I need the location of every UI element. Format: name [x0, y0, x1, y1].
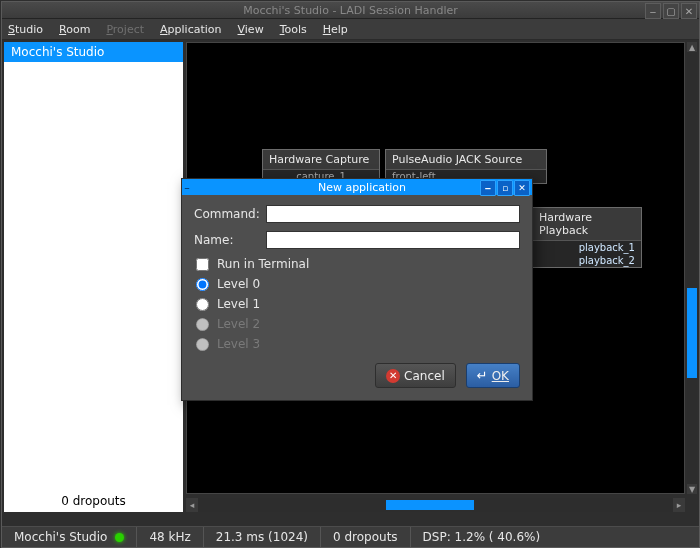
menu-project: Project: [106, 22, 144, 37]
menu-bar: Studio Room Project Application View Too…: [2, 19, 699, 40]
dialog-minimize-button[interactable]: ‒: [480, 180, 496, 196]
status-dropouts: 0 dropouts: [320, 527, 410, 547]
run-in-terminal-option[interactable]: Run in Terminal: [196, 257, 520, 271]
sidebar-footer: 0 dropouts: [4, 490, 183, 512]
level-0-radio[interactable]: [196, 278, 209, 291]
node-title: Hardware Playback: [533, 208, 641, 241]
level-0-option[interactable]: Level 0: [196, 277, 520, 291]
window-maximize-button[interactable]: ▢: [663, 3, 679, 19]
level-2-option: Level 2: [196, 317, 520, 331]
menu-application[interactable]: Application: [160, 22, 221, 37]
menu-tools[interactable]: Tools: [280, 22, 307, 37]
level-0-label: Level 0: [217, 277, 260, 291]
scroll-left-arrow-icon[interactable]: ◂: [186, 498, 198, 512]
dialog-close-button[interactable]: ✕: [514, 180, 530, 196]
cancel-icon: ✕: [386, 369, 400, 383]
level-1-label: Level 1: [217, 297, 260, 311]
run-in-terminal-label: Run in Terminal: [217, 257, 309, 271]
menu-studio[interactable]: Studio: [8, 22, 43, 37]
node-title: Hardware Capture: [263, 150, 379, 170]
status-sample-rate: 48 kHz: [136, 527, 202, 547]
node-title: PulseAudio JACK Source: [386, 150, 546, 170]
cancel-button-label: Cancel: [404, 369, 445, 383]
horizontal-scrollbar[interactable]: ◂ ▸: [186, 498, 685, 512]
menu-view[interactable]: View: [238, 22, 264, 37]
window-close-button[interactable]: ✕: [681, 3, 697, 19]
status-bar: Mocchi's Studio 48 kHz 21.3 ms (1024) 0 …: [2, 526, 699, 547]
menu-room[interactable]: Room: [59, 22, 90, 37]
status-latency: 21.3 ms (1024): [203, 527, 320, 547]
scroll-right-arrow-icon[interactable]: ▸: [673, 498, 685, 512]
port-playback-2[interactable]: playback_2: [533, 254, 641, 267]
run-in-terminal-checkbox[interactable]: [196, 258, 209, 271]
dialog-body: Command: Name: Run in Terminal Level 0 L…: [182, 195, 532, 400]
level-3-label: Level 3: [217, 337, 260, 351]
ok-icon: ↵: [477, 368, 488, 383]
ok-button[interactable]: ↵ OK: [466, 363, 520, 388]
status-studio-name: Mocchi's Studio: [14, 530, 107, 544]
name-input[interactable]: [266, 231, 520, 249]
level-2-radio: [196, 318, 209, 331]
command-label: Command:: [194, 207, 266, 221]
vertical-scrollbar[interactable]: ▲ ▼: [687, 42, 697, 494]
dialog-titlebar[interactable]: – New application ‒ ▫ ✕: [182, 179, 532, 195]
level-1-radio[interactable]: [196, 298, 209, 311]
dialog-menu-icon[interactable]: –: [182, 181, 192, 194]
vertical-scroll-thumb[interactable]: [687, 288, 697, 378]
dialog-maximize-button[interactable]: ▫: [497, 180, 513, 196]
menu-help[interactable]: Help: [323, 22, 348, 37]
port-playback-1[interactable]: playback_1: [533, 241, 641, 254]
name-label: Name:: [194, 233, 266, 247]
ok-button-label: OK: [492, 369, 509, 383]
scroll-up-arrow-icon[interactable]: ▲: [687, 42, 697, 52]
node-hardware-playback[interactable]: Hardware Playback playback_1 playback_2: [532, 207, 642, 268]
status-led-icon: [115, 533, 124, 542]
horizontal-scroll-thumb[interactable]: [386, 500, 474, 510]
level-3-radio: [196, 338, 209, 351]
window-title: Mocchi's Studio - LADI Session Handler: [243, 4, 458, 17]
status-dsp-load: DSP: 1.2% ( 40.6%): [410, 527, 553, 547]
sidebar: Mocchi's Studio 0 dropouts: [4, 42, 183, 512]
main-window: Mocchi's Studio - LADI Session Handler ‒…: [1, 1, 700, 548]
level-1-option[interactable]: Level 1: [196, 297, 520, 311]
new-application-dialog: – New application ‒ ▫ ✕ Command: Name: R…: [181, 178, 533, 401]
command-input[interactable]: [266, 205, 520, 223]
sidebar-body: [4, 62, 183, 490]
level-2-label: Level 2: [217, 317, 260, 331]
scroll-down-arrow-icon[interactable]: ▼: [687, 484, 697, 494]
cancel-button[interactable]: ✕ Cancel: [375, 363, 456, 388]
sidebar-header[interactable]: Mocchi's Studio: [4, 42, 183, 62]
level-3-option: Level 3: [196, 337, 520, 351]
main-titlebar[interactable]: Mocchi's Studio - LADI Session Handler ‒…: [2, 2, 699, 19]
window-minimize-button[interactable]: ‒: [645, 3, 661, 19]
